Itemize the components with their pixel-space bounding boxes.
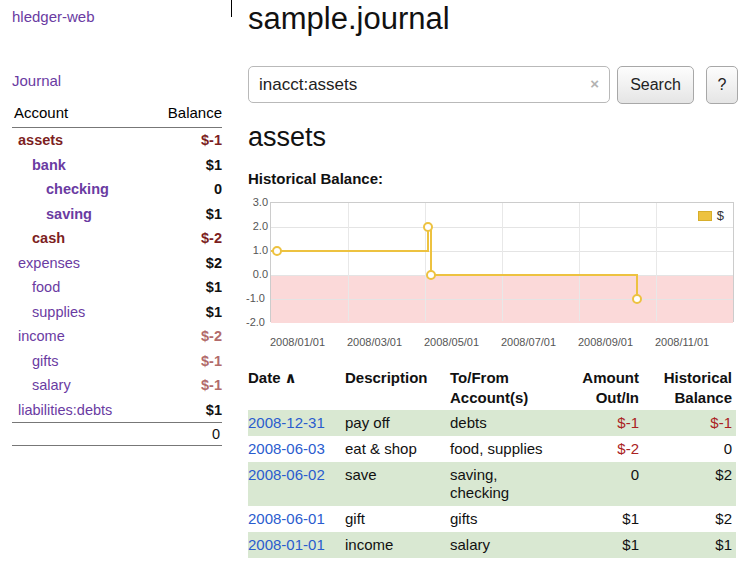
transaction-accounts: gifts — [450, 510, 576, 528]
historical-balance-chart: 3.0 2.0 1.0 0.0 -1.0 -2.0 — [248, 194, 742, 358]
x-tick-label: 2008/05/01 — [424, 336, 479, 348]
amount-header-line1: Amount — [576, 368, 639, 388]
description-column-header: Description — [345, 368, 450, 388]
sidebar-account-cash[interactable]: cash — [12, 230, 65, 246]
register-row: 2008-06-01 gift gifts $1 $2 — [248, 506, 736, 532]
register-row: 2008-01-01 income salary $1 $1 — [248, 532, 736, 558]
transaction-date-link[interactable]: 2008-06-01 — [248, 510, 325, 527]
hledger-web-window: hledger-web Journal Account Balance asse… — [0, 0, 742, 582]
transaction-accounts: debts — [450, 414, 576, 432]
y-tick-label: -1.0 — [245, 291, 265, 305]
help-button[interactable]: ? — [706, 66, 738, 104]
account-row: checking 0 — [12, 177, 222, 202]
transaction-balance: $-1 — [641, 414, 734, 432]
account-row: cash $-2 — [12, 226, 222, 251]
date-column-header[interactable]: Date∧ — [248, 368, 345, 388]
sidebar-account-assets[interactable]: assets — [12, 132, 63, 148]
sidebar-account-checking[interactable]: checking — [12, 181, 109, 197]
y-tick-label: 2.0 — [248, 219, 268, 233]
x-tick-label: 2008/01/01 — [270, 336, 325, 348]
account-balance: $-2 — [201, 328, 222, 344]
account-balance: $-1 — [201, 377, 222, 393]
transaction-amount: 0 — [576, 466, 641, 484]
transaction-description: income — [345, 536, 450, 554]
account-column-header: Account — [14, 104, 68, 121]
divider — [231, 0, 232, 17]
transaction-balance: $2 — [641, 466, 734, 484]
y-tick-label: 1.0 — [248, 243, 268, 257]
account-row: saving $1 — [12, 202, 222, 227]
sidebar-account-salary[interactable]: salary — [12, 377, 71, 393]
y-tick-label: -2.0 — [245, 315, 265, 329]
account-row: gifts $-1 — [12, 349, 222, 374]
sort-ascending-icon: ∧ — [285, 369, 297, 386]
amount-header-line2: Out/In — [576, 388, 639, 408]
main-content: sample.journal × Search ? assets Histori… — [248, 0, 742, 582]
account-balance: $1 — [206, 402, 222, 418]
account-balance: $1 — [206, 206, 222, 222]
accounts-panel: Account Balance assets $-1 bank $1 check… — [12, 102, 222, 446]
account-balance: $-1 — [201, 353, 222, 369]
transaction-description: pay off — [345, 414, 450, 432]
accounts-header-line2: Account(s) — [450, 388, 576, 408]
account-balance: $-1 — [201, 132, 222, 148]
description-header-label: Description — [345, 369, 428, 386]
chart-title: Historical Balance: — [248, 170, 383, 187]
legend-swatch-icon — [698, 211, 712, 221]
register-row: 2008-12-31 pay off debts $-1 $-1 — [248, 410, 736, 436]
app-title-link[interactable]: hledger-web — [12, 8, 95, 25]
transaction-description: save — [345, 466, 450, 484]
legend-label: $ — [717, 208, 724, 223]
account-balance: $2 — [206, 255, 222, 271]
balance-header-line1: Historical — [641, 368, 732, 388]
register-row: 2008-06-02 save saving, checking 0 $2 — [248, 462, 736, 506]
transaction-date-link[interactable]: 2008-06-03 — [248, 440, 325, 457]
transaction-date-link[interactable]: 2008-12-31 — [248, 414, 325, 431]
account-balance: $1 — [206, 157, 222, 173]
search-input[interactable] — [248, 66, 610, 103]
account-row: assets $-1 — [12, 128, 222, 153]
sidebar-account-income[interactable]: income — [12, 328, 65, 344]
sidebar-item-journal[interactable]: Journal — [12, 72, 61, 89]
transaction-balance: 0 — [641, 440, 734, 458]
chart-legend: $ — [695, 207, 727, 224]
chart-plot-area: $ — [270, 202, 734, 322]
transaction-accounts: food, supplies — [450, 440, 576, 458]
sidebar-account-food[interactable]: food — [12, 279, 60, 295]
account-balance: $1 — [206, 279, 222, 295]
sidebar-account-liabilities-debts[interactable]: liabilities:debts — [12, 402, 112, 418]
page-title: sample.journal — [248, 2, 450, 36]
sidebar-account-saving[interactable]: saving — [12, 206, 92, 222]
register-table: Date∧ Description To/From Account(s) Amo… — [248, 366, 736, 558]
transaction-accounts: salary — [450, 536, 576, 554]
transaction-amount: $1 — [576, 536, 641, 554]
account-balance: 0 — [214, 181, 222, 197]
accounts-column-header: To/From Account(s) — [450, 368, 576, 408]
sidebar-account-expenses[interactable]: expenses — [12, 255, 80, 271]
account-row: income $-2 — [12, 324, 222, 349]
sidebar-account-bank[interactable]: bank — [12, 157, 66, 173]
sidebar-account-gifts[interactable]: gifts — [12, 353, 59, 369]
account-balance: $-2 — [201, 230, 222, 246]
amount-column-header: Amount Out/In — [576, 368, 641, 408]
sidebar-account-supplies[interactable]: supplies — [12, 304, 85, 320]
clear-search-icon[interactable]: × — [590, 75, 599, 92]
transaction-amount: $-1 — [576, 414, 641, 432]
accounts-table-header: Account Balance — [12, 102, 222, 128]
date-header-label: Date — [248, 369, 281, 386]
y-tick-label: 0.0 — [248, 267, 268, 281]
transaction-amount: $1 — [576, 510, 641, 528]
account-row: liabilities:debts $1 — [12, 398, 222, 423]
balance-column-header: Historical Balance — [641, 368, 734, 408]
account-row: supplies $1 — [12, 300, 222, 325]
search-bar: × Search ? — [248, 66, 742, 104]
search-button[interactable]: Search — [617, 66, 694, 104]
register-header-row: Date∧ Description To/From Account(s) Amo… — [248, 366, 736, 410]
transaction-balance: $2 — [641, 510, 734, 528]
transaction-date-link[interactable]: 2008-06-02 — [248, 466, 325, 483]
account-row: expenses $2 — [12, 251, 222, 276]
accounts-header-line1: To/From — [450, 368, 576, 388]
transaction-date-link[interactable]: 2008-01-01 — [248, 536, 325, 553]
x-tick-label: 2008/07/01 — [501, 336, 556, 348]
balance-step-line — [271, 203, 735, 323]
